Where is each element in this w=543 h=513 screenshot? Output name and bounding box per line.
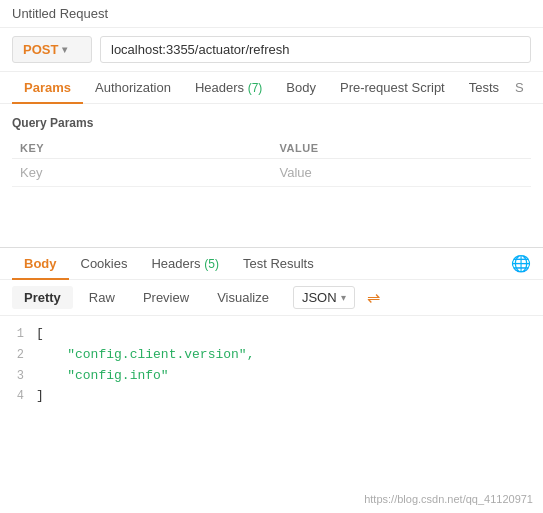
url-input[interactable]	[100, 36, 531, 63]
key-column-header: KEY	[12, 138, 272, 159]
tab-pre-request[interactable]: Pre-request Script	[328, 72, 457, 103]
json-format-dropdown[interactable]: JSON ▾	[293, 286, 355, 309]
json-format-label: JSON	[302, 290, 337, 305]
code-line-2: 2 "config.client.version",	[0, 345, 543, 366]
wrap-icon[interactable]: ⇌	[367, 288, 380, 307]
watermark: https://blog.csdn.net/qq_41120971	[364, 493, 533, 505]
page-title: Untitled Request	[12, 6, 108, 21]
query-params-title: Query Params	[12, 112, 531, 134]
tab-cookies[interactable]: Cookies	[69, 248, 140, 279]
tab-test-results[interactable]: Test Results	[231, 248, 326, 279]
tab-tests[interactable]: Tests	[457, 72, 511, 103]
code-content: ]	[36, 386, 543, 407]
code-line-1: 1 [	[0, 324, 543, 345]
chevron-down-icon: ▾	[62, 44, 67, 55]
code-content: [	[36, 324, 543, 345]
tab-params[interactable]: Params	[12, 72, 83, 103]
line-number: 1	[0, 324, 36, 344]
globe-icon[interactable]: 🌐	[511, 248, 531, 279]
tab-headers[interactable]: Headers (7)	[183, 72, 274, 103]
chevron-down-icon: ▾	[341, 292, 346, 303]
tab-authorization[interactable]: Authorization	[83, 72, 183, 103]
code-line-3: 3 "config.info"	[0, 366, 543, 387]
bottom-section: Body Cookies Headers (5) Test Results 🌐 …	[0, 247, 543, 415]
format-tab-raw[interactable]: Raw	[77, 286, 127, 309]
value-cell[interactable]: Value	[272, 159, 532, 187]
tab-more[interactable]: S	[511, 72, 528, 103]
code-line-4: 4 ]	[0, 386, 543, 407]
code-content: "config.info"	[36, 366, 543, 387]
line-number: 4	[0, 386, 36, 406]
tab-response-body[interactable]: Body	[12, 248, 69, 279]
line-number: 2	[0, 345, 36, 365]
response-headers-badge: (5)	[204, 257, 219, 271]
code-content: "config.client.version",	[36, 345, 543, 366]
params-table: KEY VALUE Key Value	[12, 138, 531, 187]
key-cell[interactable]: Key	[12, 159, 272, 187]
format-tab-preview[interactable]: Preview	[131, 286, 201, 309]
value-column-header: VALUE	[272, 138, 532, 159]
method-label: POST	[23, 42, 58, 57]
code-area: 1 [ 2 "config.client.version", 3 "config…	[0, 316, 543, 415]
url-bar: POST ▾	[0, 28, 543, 72]
line-number: 3	[0, 366, 36, 386]
headers-badge: (7)	[248, 81, 263, 95]
method-dropdown[interactable]: POST ▾	[12, 36, 92, 63]
tab-response-headers[interactable]: Headers (5)	[139, 248, 230, 279]
response-tabs: Body Cookies Headers (5) Test Results 🌐	[0, 248, 543, 280]
format-tab-pretty[interactable]: Pretty	[12, 286, 73, 309]
response-toolbar: Pretty Raw Preview Visualize JSON ▾ ⇌	[0, 280, 543, 316]
table-row: Key Value	[12, 159, 531, 187]
format-tab-visualize[interactable]: Visualize	[205, 286, 281, 309]
title-bar: Untitled Request	[0, 0, 543, 28]
tab-body[interactable]: Body	[274, 72, 328, 103]
request-tabs: Params Authorization Headers (7) Body Pr…	[0, 72, 543, 104]
params-section: Query Params KEY VALUE Key Value	[0, 104, 543, 187]
